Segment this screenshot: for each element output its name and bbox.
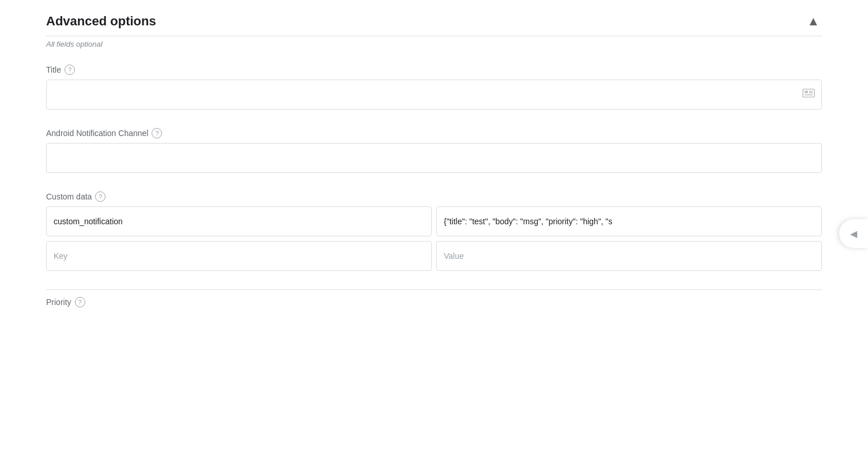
priority-label-row: Priority ? <box>46 297 822 307</box>
title-label: Title <box>46 65 61 74</box>
chevron-up-icon: ▲ <box>807 14 820 29</box>
custom-data-key-1[interactable] <box>46 206 432 236</box>
collapse-button[interactable]: ▲ <box>805 12 822 31</box>
custom-data-value-1[interactable] <box>436 206 822 236</box>
custom-data-value-2[interactable] <box>436 241 822 271</box>
android-channel-label-row: Android Notification Channel ? <box>46 128 822 138</box>
priority-section-partial: Priority ? <box>46 289 822 307</box>
android-channel-label: Android Notification Channel <box>46 129 148 138</box>
section-subtitle: All fields optional <box>46 40 822 48</box>
priority-help-icon[interactable]: ? <box>75 297 85 307</box>
title-input-wrapper <box>46 80 822 110</box>
priority-label: Priority <box>46 297 71 307</box>
section-title: Advanced options <box>46 14 156 29</box>
android-channel-help-icon[interactable]: ? <box>152 128 162 138</box>
scroll-arrow-icon: ◀ <box>850 228 857 239</box>
title-input[interactable] <box>46 80 822 110</box>
custom-data-label: Custom data <box>46 192 92 201</box>
title-label-row: Title ? <box>46 65 822 75</box>
android-channel-input[interactable] <box>46 143 822 173</box>
custom-data-key-2[interactable] <box>46 241 432 271</box>
scroll-indicator: ◀ <box>839 219 868 248</box>
title-field-group: Title ? <box>46 65 822 110</box>
main-content: Advanced options ▲ All fields optional T… <box>0 0 868 467</box>
custom-data-help-icon[interactable]: ? <box>95 191 105 202</box>
custom-data-row-1 <box>46 206 822 236</box>
custom-data-row-2 <box>46 241 822 271</box>
custom-data-label-row: Custom data ? <box>46 191 822 202</box>
title-help-icon[interactable]: ? <box>65 65 75 75</box>
android-channel-field-group: Android Notification Channel ? <box>46 128 822 173</box>
section-header: Advanced options ▲ <box>46 12 822 36</box>
page-container: Advanced options ▲ All fields optional T… <box>0 0 868 467</box>
custom-data-field-group: Custom data ? <box>46 191 822 271</box>
